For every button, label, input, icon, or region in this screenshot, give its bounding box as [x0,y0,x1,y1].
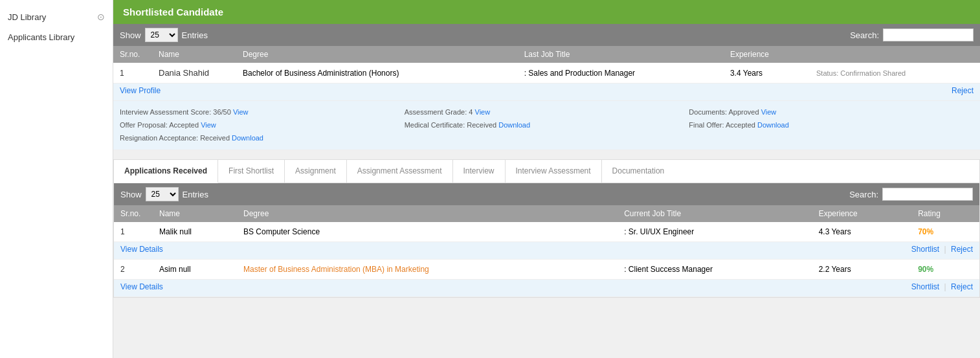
view-details-link-2[interactable]: View Details [120,282,163,291]
table-row: 2 Asim null Master of Business Administr… [114,260,979,280]
status-cell: Status: Confirmation Shared [810,63,980,84]
entries-select-bottom[interactable]: 25 50 100 [146,187,179,201]
table-row: 1 Dania Shahid Bachelor of Business Admi… [113,63,980,84]
tab-documentation[interactable]: Documentation [602,160,675,183]
entries-select-top[interactable]: 25 50 100 [145,28,178,42]
reject-link-top[interactable]: Reject [952,86,974,95]
col-status [810,46,980,63]
tab-first-shortlist[interactable]: First Shortlist [218,160,285,183]
detail-col-3: Documents: Approved View Final Offer: Ac… [689,106,974,144]
top-controls-bar: Show 25 50 100 Entries Search: [113,24,980,46]
show-label-bottom: Show [120,190,142,199]
detail-col-1: Interview Assessment Score: 36/50 View O… [120,106,405,144]
section-title: Shortlisted Candidate [123,6,223,17]
tabs-row: Applications Received First Shortlist As… [114,160,979,183]
final-offer-download-link[interactable]: Download [757,121,789,129]
sidebar-item-applicants-library[interactable]: Applicants Library [0,27,113,47]
action-links-1: Shortlist | Reject [911,245,973,254]
app-degree-2: Master of Business Administration (MBA) … [237,260,618,280]
sidebar-item-label: Applicants Library [8,32,74,42]
pipe-1: | [944,245,946,254]
tab-interview-assessment[interactable]: Interview Assessment [506,160,602,183]
interview-score-line: Interview Assessment Score: 36/50 View [120,106,405,119]
app-col-experience: Experience [812,205,911,222]
table-header-row: Sr.no. Name Degree Last Job Title Experi… [113,46,980,63]
medical-cert-line: Medical Certificate: Received Download [405,119,689,132]
view-profile-link[interactable]: View Profile [120,86,161,95]
applicants-table: Sr.no. Name Degree Current Job Title Exp… [114,205,979,297]
section-header: Shortlisted Candidate [113,0,980,24]
action-row-content: View Profile Reject [120,86,974,95]
entries-label-bottom: Entries [183,190,208,199]
app-col-degree: Degree [237,205,618,222]
final-offer-line: Final Offer: Accepted Download [689,119,974,132]
app-degree-1: BS Computer Science [237,222,618,242]
detail-row: Interview Assessment Score: 36/50 View O… [113,101,980,150]
interview-score-view-link[interactable]: View [233,108,249,116]
app-exp-2: 2.2 Years [812,260,911,280]
app-exp-1: 4.3 Years [812,222,911,242]
controls-left-bottom: Show 25 50 100 Entries [120,187,208,201]
search-label-bottom: Search: [849,190,878,199]
app-col-srno: Sr.no. [114,205,153,222]
search-input-bottom[interactable] [882,188,973,201]
table-row: 1 Malik null BS Computer Science : Sr. U… [114,222,979,242]
app-rating-1: 70% [911,222,979,242]
action-links-2: Shortlist | Reject [911,282,973,291]
detail-col-2: Assessment Grade: 4 View Medical Certifi… [405,106,689,144]
offer-proposal-view-link[interactable]: View [201,121,216,129]
circle-icon: ⊙ [97,12,105,22]
app-job-2: : Client Success Manager [618,260,812,280]
action-row-1: View Details Shortlist | Reject [114,242,979,260]
experience-cell: 3.4 Years [724,63,810,84]
app-name-2: Asim null [153,260,237,280]
tab-interview[interactable]: Interview [453,160,506,183]
sidebar-item-label: JD Library [8,12,46,22]
assessment-grade-view-link[interactable]: View [475,108,491,116]
search-input-top[interactable] [883,28,974,41]
resignation-download-link[interactable]: Download [232,134,263,142]
reject-link-1[interactable]: Reject [951,245,973,254]
documents-line: Documents: Approved View [689,106,974,119]
col-srno: Sr.no. [113,46,152,63]
action-row-content-2: View Details Shortlist | Reject [120,282,973,291]
action-cell-1: View Details Shortlist | Reject [114,242,979,260]
app-sr-2: 2 [114,260,153,280]
app-job-1: : Sr. UI/UX Engineer [618,222,812,242]
controls-right: Search: [850,28,974,41]
entries-label: Entries [182,30,208,40]
app-col-rating: Rating [911,205,979,222]
controls-right-bottom: Search: [849,188,973,201]
col-name: Name [152,46,236,63]
tab-assignment-assessment[interactable]: Assignment Assessment [347,160,453,183]
app-col-name: Name [153,205,237,222]
detail-cell: Interview Assessment Score: 36/50 View O… [113,101,980,150]
col-last-job: Last Job Title [518,46,724,63]
action-cell: View Profile Reject [113,84,980,101]
bottom-controls-bar: Show 25 50 100 Entries Search: [114,183,979,205]
detail-info: Interview Assessment Score: 36/50 View O… [120,106,974,144]
show-label: Show [120,30,141,40]
assessment-grade-line: Assessment Grade: 4 View [405,106,689,119]
resignation-line: Resignation Acceptance: Received Downloa… [120,132,405,145]
shortlist-link-2[interactable]: Shortlist [911,282,939,291]
medical-cert-download-link[interactable]: Download [498,121,530,129]
controls-left: Show 25 50 100 Entries [120,28,208,42]
shortlist-link-1[interactable]: Shortlist [911,245,939,254]
sidebar-item-jd-library[interactable]: JD Library ⊙ [0,6,113,27]
app-sr-1: 1 [114,222,153,242]
tab-applications-received[interactable]: Applications Received [114,160,218,183]
action-row: View Profile Reject [113,84,980,101]
job-title-cell: : Sales and Production Manager [518,63,724,84]
action-cell-2: View Details Shortlist | Reject [114,280,979,297]
applicants-header-row: Sr.no. Name Degree Current Job Title Exp… [114,205,979,222]
app-col-job-title: Current Job Title [618,205,812,222]
action-row-2: View Details Shortlist | Reject [114,280,979,297]
col-experience: Experience [724,46,810,63]
app-name-1: Malik null [153,222,237,242]
reject-link-2[interactable]: Reject [951,282,973,291]
sidebar: JD Library ⊙ Applicants Library [0,0,113,358]
documents-view-link[interactable]: View [761,108,777,116]
view-details-link-1[interactable]: View Details [120,245,163,254]
tab-assignment[interactable]: Assignment [285,160,347,183]
